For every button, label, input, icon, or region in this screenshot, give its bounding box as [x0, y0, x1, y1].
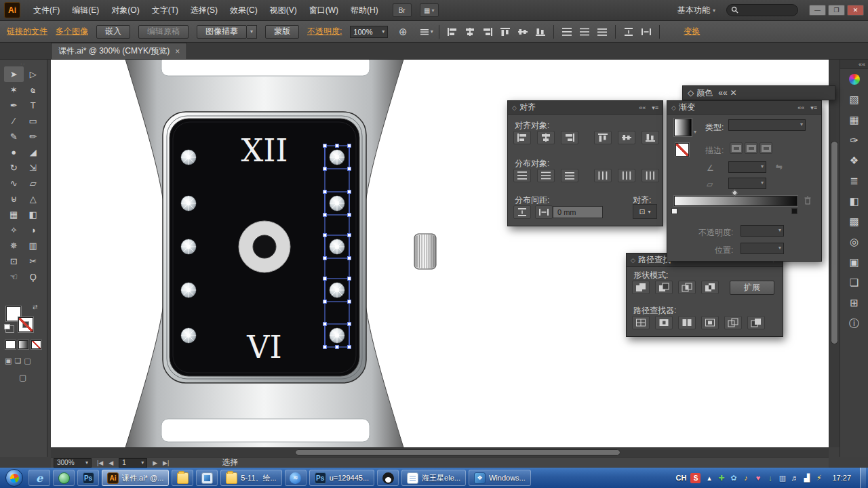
- eraser-tool[interactable]: ◢: [24, 144, 43, 160]
- windows-task-button[interactable]: ❖Windows...: [469, 470, 531, 486]
- crop-button[interactable]: [701, 316, 719, 329]
- bridge-icon[interactable]: Br: [393, 3, 412, 17]
- graphic-styles-panel-icon[interactable]: ▣: [840, 252, 868, 272]
- slice-tool[interactable]: ✂: [24, 253, 43, 269]
- gradient-midpoint-stop[interactable]: [732, 190, 738, 197]
- appearance-panel-icon[interactable]: ◎: [840, 232, 868, 252]
- edit-original-button[interactable]: 编辑原稿: [138, 25, 189, 39]
- draw-behind-icon[interactable]: ❏: [14, 357, 21, 365]
- unite-button[interactable]: [632, 281, 650, 294]
- sogou-input-icon[interactable]: S: [690, 473, 701, 483]
- menu-window[interactable]: 窗口(W): [303, 0, 344, 20]
- distHL-button[interactable]: [594, 169, 612, 182]
- close-button[interactable]: ✕: [847, 5, 864, 16]
- gradient-slider[interactable]: [674, 196, 797, 206]
- linked-file-link[interactable]: 链接的文件: [7, 26, 47, 37]
- menu-select[interactable]: 选择(S): [184, 0, 224, 20]
- next-artboard-button[interactable]: ▶: [153, 460, 157, 466]
- alignM-button[interactable]: [618, 131, 635, 144]
- alignC-button[interactable]: [537, 131, 555, 144]
- distM-icon[interactable]: [576, 25, 593, 39]
- selection-handle[interactable]: [348, 257, 351, 260]
- folder-task-button[interactable]: 5-11、绘...: [220, 470, 281, 486]
- delete-stop-icon[interactable]: [802, 195, 813, 207]
- selection-handle[interactable]: [348, 144, 351, 148]
- gradient-stroke-type-2-button[interactable]: [745, 142, 757, 154]
- tray-power-icon[interactable]: ⚡: [814, 474, 823, 483]
- gradient-angle-select[interactable]: [728, 161, 766, 173]
- line-segment-tool[interactable]: ∕: [4, 113, 24, 129]
- control-panel-menu-icon[interactable]: ▾: [418, 25, 434, 39]
- selection-handle[interactable]: [323, 234, 327, 237]
- outlinePF-button[interactable]: [724, 316, 742, 329]
- selection-handle[interactable]: [323, 257, 327, 260]
- tray-qq-icon[interactable]: ✿: [729, 474, 738, 483]
- distT-button[interactable]: [513, 169, 531, 182]
- gradient-mode-button[interactable]: [18, 340, 28, 349]
- diamond[interactable]: [181, 239, 196, 254]
- distM-button[interactable]: [537, 169, 555, 182]
- selection-handle[interactable]: [348, 300, 351, 304]
- diamond-selected[interactable]: [330, 150, 344, 165]
- free-transform-tool[interactable]: ▱: [24, 176, 43, 191]
- menu-view[interactable]: 视图(V): [264, 0, 303, 20]
- tray-hidden-icons-arrow[interactable]: ▴: [705, 474, 713, 483]
- artboards-panel-icon[interactable]: ⊞: [840, 293, 868, 313]
- default-fill-stroke-icon[interactable]: [5, 325, 14, 333]
- screen-mode-button[interactable]: ▢: [19, 373, 26, 382]
- notepad-task-button[interactable]: 海王星ele...: [401, 470, 466, 486]
- computer-taskbar-button[interactable]: [196, 470, 218, 486]
- alignB-button[interactable]: [642, 131, 659, 144]
- spacingV-button[interactable]: [513, 205, 531, 219]
- tab-close-icon[interactable]: ×: [175, 47, 180, 56]
- restore-button[interactable]: ❐: [828, 5, 845, 16]
- embed-button[interactable]: 嵌入: [96, 25, 130, 39]
- diamond[interactable]: [181, 328, 196, 343]
- symbols-panel-icon[interactable]: ❖: [840, 150, 868, 171]
- brushes-panel-icon[interactable]: ✑: [840, 130, 868, 150]
- color-panel-icon[interactable]: [840, 69, 868, 89]
- image-trace-button[interactable]: 图像描摹: [197, 25, 247, 39]
- selection-handle[interactable]: [323, 277, 327, 281]
- diamond-selected[interactable]: [330, 196, 344, 211]
- collapse-panel-icon[interactable]: ««: [718, 88, 727, 98]
- spacing-value-input[interactable]: 0 mm: [553, 206, 603, 218]
- gradient-stop-start[interactable]: [671, 208, 677, 214]
- tray-safety-icon[interactable]: ✚: [717, 474, 726, 483]
- selection-handle[interactable]: [323, 167, 327, 171]
- gradient-type-select[interactable]: [728, 119, 806, 131]
- band-slot-bottom[interactable]: [161, 419, 370, 442]
- gradient-aspect-select[interactable]: [728, 178, 766, 189]
- diamond-selected[interactable]: [330, 283, 344, 298]
- intersect-button[interactable]: [678, 281, 696, 294]
- collapse-panel-icon[interactable]: ««: [797, 104, 804, 111]
- spacingV-icon[interactable]: [620, 25, 637, 39]
- menu-edit[interactable]: 编辑(E): [66, 0, 105, 20]
- document-tab[interactable]: 课件.ai* @ 300% (CMYK/预览) ×: [51, 43, 187, 59]
- layers-panel-icon[interactable]: ❏: [840, 272, 868, 293]
- spacingH-button[interactable]: [535, 205, 553, 219]
- width-tool[interactable]: ∿: [4, 176, 24, 191]
- info-panel-icon[interactable]: ⓘ: [840, 313, 868, 333]
- artboard-tool[interactable]: ⊡: [4, 253, 24, 269]
- distHR-button[interactable]: [642, 169, 659, 182]
- gradient-location-select[interactable]: [741, 243, 784, 254]
- selection-handle[interactable]: [336, 346, 339, 349]
- scale-tool[interactable]: ⇲: [24, 160, 43, 176]
- selection-handle[interactable]: [323, 323, 327, 326]
- diamond[interactable]: [181, 196, 196, 211]
- distB-button[interactable]: [561, 169, 578, 182]
- expand-button[interactable]: 扩展: [730, 281, 774, 295]
- mesh-tool[interactable]: ▦: [4, 207, 24, 222]
- horizontal-scrollbar-thumb[interactable]: [295, 449, 620, 455]
- taskbar-clock[interactable]: 17:27: [832, 474, 851, 482]
- opacity-value-select[interactable]: 100%▾: [350, 26, 388, 38]
- stroke-none-swatch[interactable]: [675, 143, 689, 157]
- reverse-gradient-icon[interactable]: ⇋: [776, 162, 783, 171]
- stroke-swatch[interactable]: [18, 317, 33, 332]
- tray-volume-icon[interactable]: ♬: [790, 474, 799, 482]
- blob-brush-tool[interactable]: ●: [4, 144, 24, 160]
- swap-fill-stroke-icon[interactable]: ⇄: [33, 304, 38, 310]
- artboard-number-select[interactable]: 1▾: [119, 458, 147, 468]
- selection-handle[interactable]: [323, 214, 327, 217]
